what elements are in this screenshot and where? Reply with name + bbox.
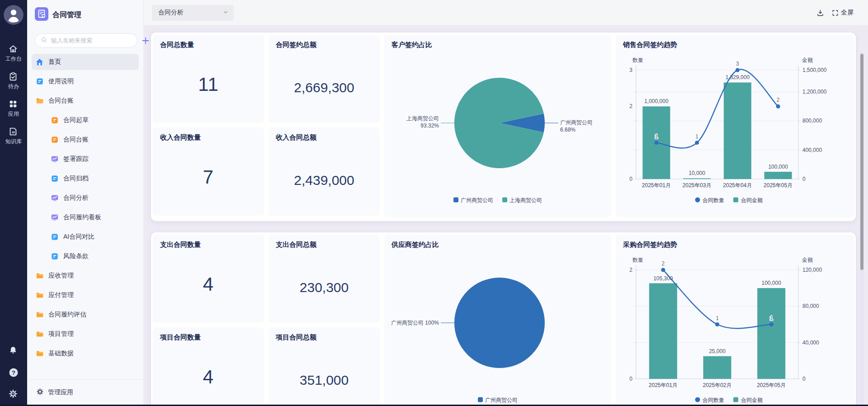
svg-text:100,000: 100,000 <box>761 280 781 286</box>
svg-text:2: 2 <box>661 260 665 267</box>
rail-item-label: 应用 <box>8 111 19 117</box>
fullscreen-icon <box>832 9 839 16</box>
sidebar: 合同管理 首页使用说明合同台账合同起草合同台账签署跟踪合同归档合同分析合同履约看… <box>27 0 144 406</box>
dashboard-select-value: 合同分析 <box>158 9 184 17</box>
stat-card-project-amount: 项目合同总额 351,000 <box>269 327 380 406</box>
svg-text:广州商贸公司: 广州商贸公司 <box>560 119 593 126</box>
rail-item-todo[interactable]: 待办 <box>8 71 19 90</box>
svg-text:1: 1 <box>716 315 719 321</box>
gear-dark-icon <box>36 388 44 397</box>
svg-text:100,000: 100,000 <box>768 164 788 170</box>
sidebar-menu-item-9[interactable]: AI合同对比 <box>32 229 139 245</box>
sidebar-item-label: AI合同对比 <box>63 233 94 241</box>
sidebar-menu-item-4[interactable]: 合同台账 <box>32 132 139 148</box>
sidebar-item-label: 应收管理 <box>48 272 74 280</box>
sidebar-menu-item-7[interactable]: 合同分析 <box>32 190 139 206</box>
search-box[interactable] <box>35 33 137 47</box>
rail-item-workbench[interactable]: 工作台 <box>5 44 22 62</box>
sidebar-item-label: 应付管理 <box>48 291 74 299</box>
stat-title: 收入合同总额 <box>276 133 316 142</box>
rail-item-knowledge[interactable]: AI 知识库 <box>5 127 22 145</box>
chart-title: 供应商签约占比 <box>392 241 439 249</box>
search-icon <box>41 37 47 45</box>
sidebar-item-label: 首页 <box>48 58 61 66</box>
svg-text:2025年04月: 2025年04月 <box>723 182 752 189</box>
svg-text:?: ? <box>12 369 15 376</box>
fullscreen-button[interactable]: 全屏 <box>832 9 854 17</box>
contract-app-icon <box>35 7 48 23</box>
svg-text:广州商贸公司 100%: 广州商贸公司 100% <box>391 320 439 326</box>
svg-text:1: 1 <box>655 133 658 140</box>
svg-text:25,000: 25,000 <box>709 348 726 354</box>
rail-item-label: 知识库 <box>5 139 22 145</box>
download-button[interactable] <box>816 9 824 17</box>
doc-blue-icon <box>50 233 59 241</box>
sidebar-menu-item-13[interactable]: 合同履约评估 <box>32 307 139 323</box>
doc-blue-icon <box>35 77 44 86</box>
sidebar-menu-item-5[interactable]: 签署跟踪 <box>32 151 139 167</box>
sidebar-menu-item-15[interactable]: 基础数据 <box>32 345 139 362</box>
add-button[interactable] <box>142 36 149 46</box>
scrollbar-track[interactable] <box>860 52 864 404</box>
svg-text:0: 0 <box>802 376 806 382</box>
scrollbar-thumb[interactable] <box>860 54 863 270</box>
stat-title: 合同签约总额 <box>276 41 316 49</box>
fullscreen-label: 全屏 <box>841 9 854 17</box>
svg-text:数量: 数量 <box>632 257 643 263</box>
svg-text:80,000: 80,000 <box>802 303 819 309</box>
purchase-section: 支出合同数量 4 支出合同总额 230,300 项目合同数量 4 项目合同总额 … <box>151 232 856 406</box>
svg-text:2: 2 <box>629 267 632 273</box>
svg-text:1: 1 <box>695 133 698 140</box>
svg-text:金额: 金额 <box>802 257 813 263</box>
sidebar-menu-item-2[interactable]: 合同台账 <box>32 93 139 109</box>
svg-text:合同金额: 合同金额 <box>741 397 763 403</box>
toolbar-right: 全屏 <box>816 9 868 17</box>
workbench-home-icon <box>8 44 19 55</box>
svg-text:2025年03月: 2025年03月 <box>683 182 712 189</box>
settings-gear-icon[interactable] <box>8 389 19 400</box>
sidebar-menu-item-10[interactable]: 风险条款 <box>32 248 139 264</box>
avatar[interactable] <box>4 5 24 25</box>
search-input[interactable] <box>50 37 132 44</box>
main-area: 合同分析 全屏 合同总数量 11 <box>144 0 868 406</box>
svg-text:10,000: 10,000 <box>689 170 705 176</box>
svg-text:2025年05月: 2025年05月 <box>757 382 786 388</box>
sidebar-menu: 首页使用说明合同台账合同起草合同台账签署跟踪合同归档合同分析合同履约看板AI合同… <box>27 47 143 362</box>
svg-text:广州商贸公司: 广州商贸公司 <box>485 397 518 403</box>
svg-text:数量: 数量 <box>632 57 643 63</box>
sidebar-menu-item-3[interactable]: 合同起草 <box>32 112 139 128</box>
rail-item-apps[interactable]: 应用 <box>8 99 19 117</box>
svg-text:1: 1 <box>770 315 773 321</box>
sidebar-item-label: 基础数据 <box>48 349 74 358</box>
sidebar-menu-item-11[interactable]: 应收管理 <box>32 268 139 284</box>
sidebar-item-label: 合同起草 <box>63 116 89 124</box>
svg-text:2: 2 <box>777 97 780 103</box>
stat-title: 项目合同数量 <box>160 333 201 342</box>
svg-text:40,000: 40,000 <box>802 340 819 346</box>
svg-text:3: 3 <box>629 67 632 73</box>
rail-nav: 工作台 待办 应用 AI 知识库 <box>5 44 22 145</box>
rail-bottom: ? <box>8 345 19 400</box>
sidebar-menu-item-6[interactable]: 合同归档 <box>32 170 139 187</box>
sidebar-item-label: 合同履约评估 <box>48 311 86 319</box>
svg-text:合同数量: 合同数量 <box>703 397 724 403</box>
sidebar-menu-item-0[interactable]: 首页 <box>32 54 139 70</box>
sidebar-menu-item-14[interactable]: 项目管理 <box>32 326 139 342</box>
stat-title: 合同总数量 <box>160 41 194 49</box>
svg-text:800,000: 800,000 <box>802 118 822 124</box>
stat-title: 项目合同总额 <box>276 333 316 342</box>
download-icon <box>816 9 824 17</box>
help-icon[interactable]: ? <box>8 367 19 378</box>
sidebar-menu-item-1[interactable]: 使用说明 <box>32 73 139 90</box>
manage-app-button[interactable]: 管理应用 <box>27 379 143 405</box>
svg-text:1,000,000: 1,000,000 <box>644 98 669 104</box>
stat-value: 11 <box>153 74 264 95</box>
stat-value: 2,439,000 <box>269 173 380 188</box>
bell-icon[interactable] <box>8 345 19 356</box>
sidebar-menu-item-12[interactable]: 应付管理 <box>32 287 139 303</box>
dashboard-select[interactable]: 合同分析 <box>152 5 234 21</box>
sidebar-menu-item-8[interactable]: 合同履约看板 <box>32 209 139 226</box>
contract-management-app: 工作台 待办 应用 AI 知识库 ? <box>0 0 868 406</box>
supplier-pie-card: 供应商签约占比 广州商贸公司 100%广州商贸公司 <box>384 235 611 406</box>
svg-text:2: 2 <box>629 103 632 109</box>
